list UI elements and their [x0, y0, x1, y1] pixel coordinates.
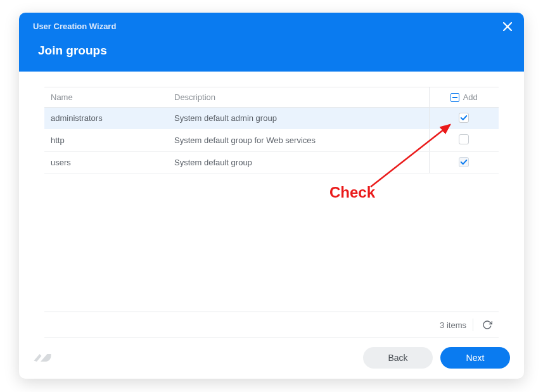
annotation-arrow-icon: [358, 117, 459, 193]
back-button[interactable]: Back: [363, 347, 433, 369]
modal-footer: Back Next: [19, 338, 524, 379]
check-icon: [460, 114, 468, 122]
page-title: Join groups: [38, 44, 510, 58]
refresh-button[interactable]: [480, 317, 495, 332]
group-name-cell: administrators: [44, 108, 168, 129]
select-all-checkbox[interactable]: [450, 93, 459, 102]
group-name-cell: http: [44, 129, 168, 152]
footer-actions: Back Next: [363, 347, 510, 369]
close-button[interactable]: [501, 20, 514, 33]
add-checkbox[interactable]: [459, 113, 469, 123]
close-icon: [503, 22, 512, 31]
status-divider: [473, 319, 473, 331]
add-checkbox[interactable]: [459, 157, 469, 167]
svg-line-1: [371, 125, 450, 187]
next-button[interactable]: Next: [440, 347, 510, 369]
wizard-title: User Creation Wizard: [33, 22, 510, 31]
add-checkbox[interactable]: [459, 134, 469, 144]
column-header-description[interactable]: Description: [168, 87, 429, 108]
logo-icon: [33, 351, 52, 365]
column-header-add[interactable]: Add: [429, 87, 499, 108]
status-bar: 3 items: [44, 312, 499, 338]
modal-body: Name Description Add administratorsSyste…: [19, 72, 524, 338]
modal-header: User Creation Wizard Join groups: [19, 13, 524, 72]
column-header-name[interactable]: Name: [44, 87, 168, 108]
brand-logo: [33, 351, 52, 365]
refresh-icon: [482, 320, 492, 330]
group-name-cell: users: [44, 152, 168, 174]
item-count-label: 3 items: [440, 320, 466, 330]
column-header-add-label: Add: [463, 92, 478, 102]
check-icon: [460, 158, 468, 166]
user-creation-wizard-modal: User Creation Wizard Join groups Name De…: [19, 13, 524, 379]
indeterminate-icon: [452, 97, 457, 98]
